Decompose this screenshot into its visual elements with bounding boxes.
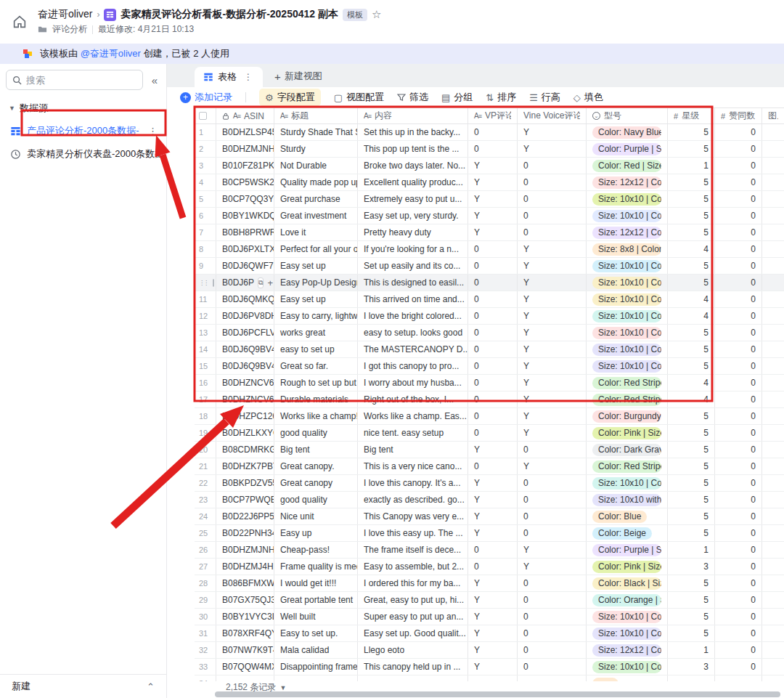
cell-asin[interactable]: B0D22PNH34 xyxy=(216,525,274,541)
cell-title[interactable]: Easy Pop-Up Design xyxy=(274,275,358,291)
cell-stars[interactable]: 5 xyxy=(668,325,715,341)
cell-stars[interactable]: 5 xyxy=(668,124,715,140)
cell-model[interactable]: Size: 10x10 | Col... xyxy=(587,358,668,374)
row-index[interactable]: 4 xyxy=(195,174,216,190)
cell-model[interactable]: Size: 10x10 | Col... xyxy=(587,208,668,224)
cell-likes[interactable]: 0 xyxy=(715,241,762,257)
cell-asin[interactable]: B0DJ6PCFLV xyxy=(216,325,274,341)
cell-title[interactable]: Big tent xyxy=(274,442,358,458)
cell-likes[interactable]: 0 xyxy=(715,442,762,458)
cell-image-link[interactable] xyxy=(762,542,784,558)
sidebar-item-product-review-table[interactable]: 产品评论分析-2000条数据-test ⋮ xyxy=(0,119,166,142)
cell-content[interactable] xyxy=(358,675,468,681)
cell-vine-review[interactable]: Y xyxy=(518,275,587,291)
cell-image-link[interactable] xyxy=(762,241,784,257)
row-index[interactable]: 8 xyxy=(195,241,216,257)
cell-vp-review[interactable]: Y xyxy=(468,659,518,675)
cell-model[interactable]: Size: 10x10 | Col... xyxy=(587,325,668,341)
cell-vp-review[interactable]: 0 xyxy=(468,258,518,274)
cell-title[interactable]: good quality xyxy=(274,425,358,441)
cell-vine-review[interactable]: 0 xyxy=(518,208,587,224)
column-header-asin[interactable]: A≡ ASIN xyxy=(216,108,274,123)
cell-vine-review[interactable]: Y xyxy=(518,141,587,157)
cell-vine-review[interactable]: Y xyxy=(518,325,587,341)
cell-content[interactable]: This canopy held up in ... xyxy=(358,659,468,675)
cell-stars[interactable]: 3 xyxy=(668,559,715,575)
field-config-button[interactable]: ⚙ 字段配置 xyxy=(259,89,321,106)
row-index[interactable]: 6 xyxy=(195,208,216,224)
cell-model[interactable]: Size: 10x10 | Col... xyxy=(587,341,668,357)
cell-vp-review[interactable]: Y xyxy=(468,592,518,608)
cell-asin[interactable]: B0CP7QQ3Y3 xyxy=(216,191,274,207)
cell-model[interactable]: Size: 10x10 | Col... xyxy=(587,275,668,291)
table-row[interactable]: 4B0CP5WSK25Quality made pop up ca...Exce… xyxy=(195,174,784,191)
cell-title[interactable]: Mala calidad xyxy=(274,642,358,658)
cell-content[interactable]: This is a very nice cano... xyxy=(358,458,468,474)
cell-content[interactable]: Llego eoto xyxy=(358,642,468,658)
cell-vine-review[interactable]: Y xyxy=(518,258,587,274)
row-index[interactable]: 34 xyxy=(195,675,216,681)
cell-vine-review[interactable]: 0 xyxy=(518,659,587,675)
section-expand-icon[interactable]: ▼ xyxy=(9,105,15,112)
horizontal-scrollbar[interactable] xyxy=(215,691,780,697)
cell-likes[interactable]: 0 xyxy=(715,341,762,357)
row-index[interactable]: 13 xyxy=(195,325,216,341)
cell-likes[interactable]: 0 xyxy=(715,408,762,424)
collapse-sidebar-icon[interactable]: « xyxy=(147,74,162,86)
cell-image-link[interactable] xyxy=(762,659,784,675)
cell-vp-review[interactable]: 0 xyxy=(468,124,518,140)
cell-title[interactable]: Great canopy. xyxy=(274,458,358,474)
cell-image-link[interactable] xyxy=(762,275,784,291)
cell-title[interactable]: Great canopy xyxy=(274,475,358,491)
cell-content[interactable]: exactly as described. go... xyxy=(358,492,468,508)
cell-asin[interactable]: B0BY1WKDQ1 xyxy=(216,208,274,224)
cell-stars[interactable]: 5 xyxy=(668,358,715,374)
table-row[interactable]: 31B078XRF4QYEasy to set up.Easy set up. … xyxy=(195,625,784,642)
cell-vp-review[interactable]: 0 xyxy=(468,375,518,391)
cell-model[interactable]: Size: 12x12 | Col... xyxy=(587,174,668,190)
cell-image-link[interactable] xyxy=(762,174,784,190)
cell-content[interactable]: I worry about my husba... xyxy=(358,375,468,391)
cell-image-link[interactable] xyxy=(762,642,784,658)
cell-stars[interactable]: 5 xyxy=(668,525,715,541)
cell-image-link[interactable] xyxy=(762,325,784,341)
cell-content[interactable]: Works like a champ. Eas... xyxy=(358,408,468,424)
cell-stars[interactable]: 5 xyxy=(668,425,715,441)
cell-image-link[interactable] xyxy=(762,442,784,458)
cell-likes[interactable]: 0 xyxy=(715,308,762,324)
column-header-stars[interactable]: # 星级 xyxy=(668,108,715,123)
cell-vine-review[interactable]: 0 xyxy=(518,525,587,541)
cell-image-link[interactable] xyxy=(762,141,784,157)
cell-likes[interactable]: 0 xyxy=(715,458,762,474)
cell-image-link[interactable] xyxy=(762,224,784,240)
cell-vine-review[interactable]: Y xyxy=(518,425,587,441)
cell-stars[interactable]: 5 xyxy=(668,258,715,274)
cell-asin[interactable]: B0DHZMJNH8 xyxy=(216,141,274,157)
cell-likes[interactable]: 0 xyxy=(715,325,762,341)
cell-title[interactable]: Love it xyxy=(274,224,358,240)
cell-model[interactable]: Color: Beige xyxy=(587,525,668,541)
cell-model[interactable]: Size: 10x10 | Col... xyxy=(587,609,668,625)
cell-vine-review[interactable]: 0 xyxy=(518,625,587,641)
cell-likes[interactable]: 0 xyxy=(715,475,762,491)
column-header-title[interactable]: A≡ 标题 xyxy=(274,108,358,123)
cell-title[interactable]: Easy to carry, lightweigh... xyxy=(274,308,358,324)
cell-vine-review[interactable]: 0 xyxy=(518,475,587,491)
column-header-vp[interactable]: A≡ VP评论 xyxy=(468,108,518,123)
table-row[interactable]: 15B0DJ6Q9BV4Great so far.I got this cano… xyxy=(195,358,784,375)
sort-button[interactable]: ⇅ 排序 xyxy=(486,91,516,104)
cell-vp-review[interactable]: 0 xyxy=(468,275,518,291)
cell-likes[interactable]: 0 xyxy=(715,659,762,675)
table-row[interactable]: 29B07GX75QJ3Great portable tentGreat, ea… xyxy=(195,592,784,609)
table-row[interactable]: 30B0BY1VYC3LWell builtSuper easy to put … xyxy=(195,609,784,625)
cell-stars[interactable]: 5 xyxy=(668,174,715,190)
cell-vp-review[interactable]: 0 xyxy=(468,341,518,357)
cell-model[interactable]: Size: 12x12 | Col... xyxy=(587,224,668,240)
cell-vine-review[interactable]: 0 xyxy=(518,592,587,608)
column-header-model[interactable]: ⌄ 型号 xyxy=(587,108,668,123)
cell-vp-review[interactable]: 0 xyxy=(468,308,518,324)
cell-likes[interactable]: 0 xyxy=(715,525,762,541)
row-index[interactable]: 28 xyxy=(195,575,216,591)
cell-model[interactable]: Size: 10x10 | Col... xyxy=(587,625,668,641)
row-index[interactable]: 22 xyxy=(195,475,216,491)
